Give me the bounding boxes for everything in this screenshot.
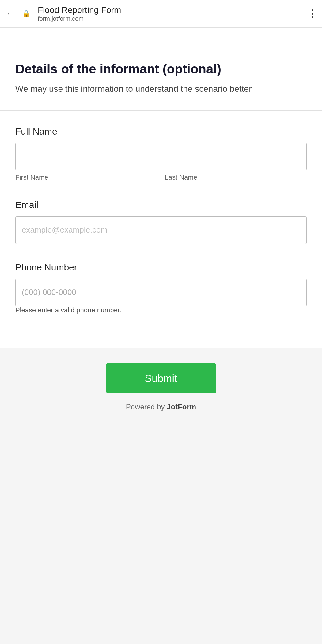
form-header: Details of the informant (optional) We m… <box>0 28 322 111</box>
full-name-label: Full Name <box>15 126 307 137</box>
browser-bar-url: form.jotform.com <box>38 15 121 22</box>
submit-section: Submit Powered by JotForm <box>0 348 322 424</box>
powered-by: Powered by JotForm <box>126 403 196 411</box>
browser-bar-title-block: Flood Reporting Form form.jotform.com <box>38 5 121 22</box>
browser-bar: ← 🔒 Flood Reporting Form form.jotform.co… <box>0 0 322 28</box>
first-name-sublabel: First Name <box>15 173 157 181</box>
form-section: Full Name First Name Last Name Email Pho… <box>0 111 322 348</box>
section-title: Details of the informant (optional) <box>15 61 307 77</box>
browser-bar-left: ← 🔒 Flood Reporting Form form.jotform.co… <box>6 5 121 22</box>
back-button[interactable]: ← <box>6 9 15 18</box>
email-label: Email <box>15 200 307 210</box>
lock-icon: 🔒 <box>22 10 30 18</box>
phone-group: Phone Number Please enter a valid phone … <box>15 262 307 314</box>
phone-label: Phone Number <box>15 262 307 273</box>
first-name-input[interactable] <box>15 143 157 170</box>
last-name-sublabel: Last Name <box>165 173 307 181</box>
section-subtitle: We may use this information to understan… <box>15 83 307 95</box>
browser-bar-title: Flood Reporting Form <box>38 5 121 15</box>
phone-input[interactable] <box>15 279 307 306</box>
header-divider <box>15 46 307 46</box>
name-fields-row: First Name Last Name <box>15 143 307 181</box>
email-group: Email <box>15 200 307 244</box>
last-name-input[interactable] <box>165 143 307 170</box>
last-name-wrapper: Last Name <box>165 143 307 181</box>
email-input[interactable] <box>15 216 307 244</box>
powered-by-text: Powered by <box>126 403 167 411</box>
more-options-button[interactable] <box>309 7 316 20</box>
content-wrapper: Details of the informant (optional) We m… <box>0 28 322 644</box>
powered-by-brand: JotForm <box>167 403 196 411</box>
first-name-wrapper: First Name <box>15 143 157 181</box>
phone-hint: Please enter a valid phone number. <box>15 306 121 314</box>
full-name-group: Full Name First Name Last Name <box>15 126 307 181</box>
submit-button[interactable]: Submit <box>106 363 216 393</box>
